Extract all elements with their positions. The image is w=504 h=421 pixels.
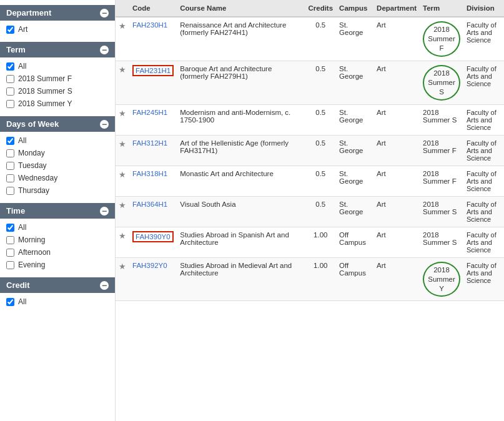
credits-cell: 1.00 — [305, 227, 336, 257]
filter-item-days-thu[interactable]: Thursday — [6, 184, 109, 197]
filter-label-time: Time — [6, 206, 25, 215]
filter-item-term-all[interactable]: All — [6, 60, 109, 72]
department-cell: Art — [373, 196, 420, 227]
course-name-cell: Baroque Art and Architecture (formerly F… — [177, 61, 305, 104]
checkbox-time-evening[interactable] — [6, 261, 14, 269]
course-link[interactable]: FAH392Y0 — [132, 262, 167, 269]
col-department: Department — [373, 0, 420, 17]
filter-item-credit-all[interactable]: All — [6, 295, 109, 308]
table-row: ★FAH245H1Modernism and anti-Modernism, c… — [116, 104, 504, 135]
checkbox-term-2018s[interactable] — [6, 87, 14, 96]
collapse-button-department[interactable]: − — [100, 9, 109, 17]
filter-label-term: Term — [6, 45, 26, 54]
term-cell: 2018 Summer F — [420, 135, 463, 166]
star-cell[interactable]: ★ — [116, 104, 129, 135]
filter-header-time: Time− — [0, 203, 115, 219]
col-term: Term — [420, 0, 463, 17]
checkbox-term-2018f[interactable] — [6, 75, 14, 83]
division-cell: Faculty of Arts and Science — [463, 227, 504, 257]
star-cell[interactable]: ★ — [116, 166, 129, 196]
filter-item-time-all[interactable]: All — [6, 221, 109, 234]
filter-item-label-time-afternoon: Afternoon — [18, 248, 51, 257]
filter-item-term-2018y[interactable]: 2018 Summer Y — [6, 97, 109, 110]
course-link[interactable]: FAH390Y0 — [136, 233, 170, 240]
term-cell: 2018 Summer S — [420, 196, 463, 227]
filter-item-term-2018f[interactable]: 2018 Summer F — [6, 72, 109, 85]
filter-label-credit: Credit — [6, 280, 30, 290]
col-campus: Campus — [336, 0, 373, 17]
collapse-button-time[interactable]: − — [100, 207, 109, 215]
filter-item-label-term-2018s: 2018 Summer S — [18, 87, 72, 96]
course-link[interactable]: FAH312H1 — [132, 139, 167, 147]
course-link[interactable]: FAH231H1 — [136, 67, 170, 74]
checkbox-time-morning[interactable] — [6, 236, 14, 244]
course-link[interactable]: FAH364H1 — [132, 201, 167, 208]
star-cell[interactable]: ★ — [116, 61, 129, 104]
filter-item-time-evening[interactable]: Evening — [6, 259, 109, 271]
term-circled: 2018 SummerY — [423, 262, 460, 297]
star-cell[interactable]: ★ — [116, 135, 129, 166]
star-icon[interactable]: ★ — [119, 170, 126, 179]
collapse-button-term[interactable]: − — [100, 46, 109, 54]
filter-item-time-afternoon[interactable]: Afternoon — [6, 246, 109, 259]
checkbox-days-wed[interactable] — [6, 174, 14, 182]
course-name-cell: Renaissance Art and Architecture (former… — [177, 17, 305, 61]
course-link[interactable]: FAH245H1 — [132, 109, 167, 116]
filter-item-label-time-morning: Morning — [18, 235, 45, 244]
filter-item-days-all[interactable]: All — [6, 134, 109, 147]
filter-item-term-2018s[interactable]: 2018 Summer S — [6, 85, 109, 97]
filter-item-dept-art[interactable]: Art — [6, 23, 109, 36]
course-name-cell: Modernism and anti-Modernism, c. 1750-19… — [177, 104, 305, 135]
course-link[interactable]: FAH230H1 — [132, 21, 167, 29]
checkbox-term-2018y[interactable] — [6, 100, 14, 108]
checkbox-time-all[interactable] — [6, 224, 14, 232]
filter-item-days-mon[interactable]: Monday — [6, 147, 109, 159]
star-cell[interactable]: ★ — [116, 257, 129, 301]
star-icon[interactable]: ★ — [119, 139, 126, 149]
term-cell: 2018 SummerY — [420, 257, 463, 301]
course-link[interactable]: FAH318H1 — [132, 170, 167, 177]
term-cell: 2018 Summer S — [420, 227, 463, 257]
credits-cell: 0.5 — [305, 17, 336, 61]
star-icon[interactable]: ★ — [119, 109, 126, 118]
filter-item-label-days-wed: Wednesday — [18, 174, 57, 182]
checkbox-days-mon[interactable] — [6, 149, 14, 157]
filter-item-time-morning[interactable]: Morning — [6, 234, 109, 246]
checkbox-time-afternoon[interactable] — [6, 249, 14, 257]
star-cell[interactable]: ★ — [116, 196, 129, 227]
term-cell: 2018 Summer F — [420, 166, 463, 196]
collapse-button-days[interactable]: − — [100, 120, 109, 129]
filter-items-term: All2018 Summer F2018 Summer S2018 Summer… — [0, 57, 115, 112]
checkbox-days-tue[interactable] — [6, 162, 14, 170]
filter-item-label-days-thu: Thursday — [18, 186, 49, 195]
table-row: ★FAH364H1Visual South Asia0.5St. GeorgeA… — [116, 196, 504, 227]
term-circled: 2018 SummerS — [423, 65, 460, 101]
star-icon[interactable]: ★ — [119, 201, 126, 210]
checkbox-days-thu[interactable] — [6, 187, 14, 195]
star-icon[interactable]: ★ — [119, 65, 126, 74]
table-header-row: Code Course Name Credits Campus Departme… — [116, 0, 504, 17]
highlighted-code: FAH231H1 — [132, 65, 174, 76]
star-icon[interactable]: ★ — [119, 21, 126, 31]
checkbox-term-all[interactable] — [6, 62, 14, 71]
filter-item-days-tue[interactable]: Tuesday — [6, 159, 109, 172]
code-cell: FAH312H1 — [129, 135, 177, 166]
course-name-cell: Visual South Asia — [177, 196, 305, 227]
col-division: Division — [463, 0, 504, 17]
checkbox-dept-art[interactable] — [6, 26, 14, 34]
star-cell[interactable]: ★ — [116, 17, 129, 61]
filter-item-days-wed[interactable]: Wednesday — [6, 172, 109, 184]
division-cell: Faculty of Arts and Science — [463, 257, 504, 301]
star-icon[interactable]: ★ — [119, 262, 126, 271]
table-row: ★FAH312H1Art of the Hellenistic Age (for… — [116, 135, 504, 166]
star-cell[interactable]: ★ — [116, 227, 129, 257]
star-icon[interactable]: ★ — [119, 231, 126, 240]
course-name-cell: Studies Abroad in Medieval Art and Archi… — [177, 257, 305, 301]
collapse-button-credit[interactable]: − — [100, 281, 109, 290]
term-circled: 2018 SummerF — [423, 21, 460, 57]
checkbox-days-all[interactable] — [6, 137, 14, 145]
checkbox-credit-all[interactable] — [6, 298, 14, 306]
credits-cell: 1.00 — [305, 257, 336, 301]
campus-cell: Off Campus — [336, 227, 373, 257]
filter-item-label-time-evening: Evening — [18, 260, 45, 269]
